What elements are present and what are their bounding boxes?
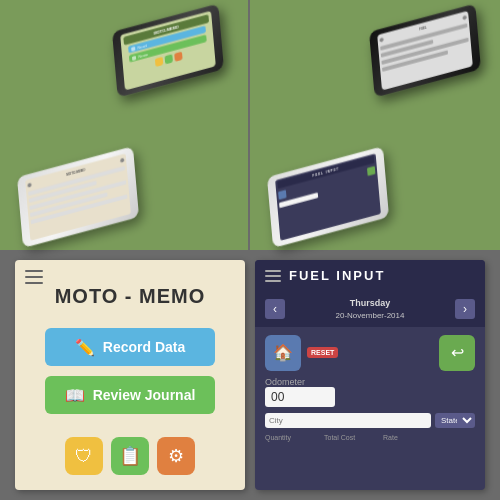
black-phone-top: MOTO-MEMO Record Review [113,18,223,83]
city-state-row: State ▾ [265,413,475,428]
reset-button[interactable]: RESET [307,347,338,358]
white-phone-bottom-right: FUEL INPUT [268,162,388,232]
top-left-panel: MOTO-MEMO Record Review [0,0,250,250]
quantity-label: Quantity [265,434,320,441]
odometer-label: Odometer [265,377,475,387]
icon-gear[interactable]: ⚙ [157,437,195,475]
odometer-input[interactable] [265,387,335,407]
app-title: MOTO - MEMO [55,285,206,308]
book-icon: 📖 [65,386,85,405]
city-input[interactable] [265,413,431,428]
menu-icon[interactable] [25,270,43,284]
state-select[interactable]: State ▾ [435,413,475,428]
action-row: 🏠 RESET ↩ [265,335,475,371]
moto-memo-panel: MOTO - MEMO ✏️ Record Data 📖 Review Jour… [15,260,245,490]
record-data-button[interactable]: ✏️ Record Data [45,328,215,366]
odometer-section: Odometer [265,377,475,407]
icon-shield[interactable]: 🛡 [65,437,103,475]
fuel-date-row: ‹ Thursday 20-November-2014 › [255,291,485,327]
date-display: Thursday 20-November-2014 [336,297,405,321]
black-phone-top-right: FUEL [370,18,480,83]
review-journal-button[interactable]: 📖 Review Journal [45,376,215,414]
fuel-input-panel: FUEL INPUT ‹ Thursday 20-November-2014 ›… [255,260,485,490]
white-phone-bottom: MOTO-MEMO [18,162,138,232]
fuel-body: 🏠 RESET ↩ Odometer State ▾ Quantity Tota… [255,327,485,490]
fuel-menu-icon[interactable] [265,270,281,282]
top-right-panel: FUEL FUEL INPUT [250,0,500,250]
fuel-header: FUEL INPUT [255,260,485,291]
total-cost-label: Total Cost [324,434,379,441]
home-button[interactable]: 🏠 [265,335,301,371]
prev-date-button[interactable]: ‹ [265,299,285,319]
rate-label: Rate [383,434,423,441]
next-date-button[interactable]: › [455,299,475,319]
back-button[interactable]: ↩ [439,335,475,371]
fuel-title: FUEL INPUT [289,268,385,283]
icon-clipboard[interactable]: 📋 [111,437,149,475]
column-labels: Quantity Total Cost Rate [265,434,475,441]
pencil-icon: ✏️ [75,338,95,357]
